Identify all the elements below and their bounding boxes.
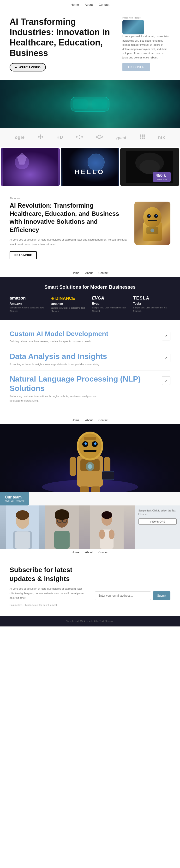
team-extra-text: Sample text. Click to select the Text El…: [139, 509, 177, 516]
watch-video-button[interactable]: WATCH VIDEO: [10, 63, 46, 71]
svg-rect-42: [148, 220, 157, 221]
svg-point-68: [16, 510, 29, 520]
svg-point-40: [149, 215, 150, 216]
team-card-1: [0, 505, 45, 549]
svg-rect-64: [102, 471, 114, 480]
grid-image-2: HELLO: [61, 148, 119, 186]
nav-about[interactable]: About: [85, 3, 93, 6]
team-label: Our team: [5, 495, 25, 499]
svg-rect-62: [80, 487, 89, 492]
grid-image-1: [1, 148, 60, 186]
svg-rect-63: [91, 487, 100, 492]
svg-point-13: [98, 135, 101, 138]
amazon-name: Amazon: [10, 302, 47, 305]
hero-title: AI Transforming Industries: Innovation i…: [10, 17, 115, 58]
team-header: Our team Meet our Products: [0, 492, 29, 505]
service-item-2: Data Analysis and Insights Extracting ac…: [10, 352, 170, 367]
team-card-extra: Sample text. Click to select the Text El…: [135, 505, 180, 549]
subscribe-title: Subscribe for latest updates & insights: [10, 566, 85, 583]
smart-title: Smart Solutions for Modern Businesses: [10, 284, 170, 290]
svg-point-6: [40, 138, 41, 139]
service-item-3: Natural Language Processing (NLP) Soluti…: [10, 374, 170, 403]
nav-home[interactable]: Home: [71, 3, 79, 6]
brand-binance: ◈ BINANCE Binance Sample text. Click to …: [51, 296, 88, 313]
subscribe-right: Submit: [95, 566, 170, 600]
svg-rect-19: [142, 136, 143, 137]
nav2: Home About Contact: [0, 269, 180, 277]
svg-rect-23: [144, 138, 145, 139]
person-svg-1: [6, 505, 39, 549]
smart-solutions-section: Smart Solutions for Modern Businesses am…: [0, 277, 180, 320]
svg-rect-15: [140, 134, 141, 136]
tesla-desc: Sample text. Click to select the Text El…: [133, 306, 171, 313]
svg-point-37: [143, 207, 161, 227]
about-desc: At vero eos et accusam et justo duo dolo…: [10, 238, 127, 246]
team-nav-contact[interactable]: Contact: [98, 551, 108, 554]
team-image-3: [90, 505, 135, 549]
footer-text: Sample text. Click to select the Text El…: [10, 620, 170, 623]
team-grid: Sample text. Click to select the Text El…: [0, 505, 180, 549]
view-more-button[interactable]: VIEW MORE: [139, 519, 177, 525]
svg-point-32: [139, 160, 160, 174]
service-desc-2: Extracting actionable insights from larg…: [10, 362, 106, 367]
nav3-home[interactable]: Home: [72, 418, 79, 422]
about-tag: About us: [10, 197, 170, 200]
top-nav: Home About Contact: [0, 0, 180, 9]
footer: Sample text. Click to select the Text El…: [0, 616, 180, 626]
svg-rect-18: [140, 136, 141, 137]
email-input[interactable]: [95, 591, 151, 600]
service-content-2: Data Analysis and Insights Extracting ac…: [10, 352, 159, 367]
service-arrow-3[interactable]: ↗: [162, 376, 170, 385]
svg-point-8: [41, 136, 43, 137]
team-card-2: [45, 505, 90, 549]
submit-button[interactable]: Submit: [153, 591, 170, 600]
logos-bar: ogie HD qpmd: [0, 128, 180, 147]
hero-image-label: Image from Freepik: [122, 17, 170, 19]
svg-rect-21: [140, 138, 141, 139]
service-arrow-2[interactable]: ↗: [162, 354, 170, 362]
svg-rect-52: [70, 457, 76, 476]
nav3-about[interactable]: About: [85, 418, 93, 422]
binance-desc: Sample text. Click to select the Text El…: [51, 307, 88, 313]
logo-blackberry: [139, 134, 145, 141]
svg-rect-17: [144, 134, 145, 136]
read-more-button[interactable]: READ MORE: [10, 251, 37, 259]
svg-text:450 k: 450 k: [156, 173, 166, 178]
brand-evga: EVGA Evga Sample text. Click to select t…: [92, 296, 129, 313]
team-image-1: [0, 505, 45, 549]
vr-banner: [0, 80, 180, 128]
svg-rect-69: [15, 531, 30, 549]
team-nav: Home About Contact: [0, 549, 180, 556]
services-section: Custom AI Model Development Building tai…: [0, 320, 180, 416]
subscribe-section: Subscribe for latest updates & insights …: [0, 556, 180, 616]
svg-point-59: [94, 442, 97, 445]
svg-point-12: [81, 136, 83, 137]
nav2-contact[interactable]: Contact: [98, 271, 108, 275]
team-card-3: [90, 505, 135, 549]
subscribe-footer-text: Sample text. Click to select the Text El…: [10, 604, 170, 607]
service-arrow-1[interactable]: ↗: [162, 332, 170, 340]
svg-text:HELLO: HELLO: [74, 168, 104, 176]
robot-background: [0, 424, 180, 492]
subscribe-left: Subscribe for latest updates & insights …: [10, 566, 85, 600]
discover-button[interactable]: DISCOVER: [122, 63, 150, 71]
subscribe-form: Submit: [95, 591, 170, 600]
service-title-3: Natural Language Processing (NLP) Soluti…: [10, 374, 159, 393]
nav-contact[interactable]: Contact: [99, 3, 109, 6]
team-nav-home[interactable]: Home: [72, 551, 79, 554]
evga-name: Evga: [92, 302, 129, 305]
svg-point-41: [156, 215, 157, 216]
nav2-about[interactable]: About: [85, 271, 93, 275]
nav2-home[interactable]: Home: [72, 271, 79, 275]
nav3-contact[interactable]: Contact: [98, 418, 108, 422]
service-content-1: Custom AI Model Development Building tai…: [10, 330, 159, 344]
amazon-logo: amazon: [10, 296, 47, 301]
team-nav-about[interactable]: About: [85, 551, 93, 554]
svg-point-11: [79, 137, 80, 139]
svg-point-83: [99, 529, 105, 539]
brands-grid: amazon Amazon Sample text. Click to sele…: [10, 296, 170, 313]
logo-qpmd: qpmd: [116, 135, 127, 140]
service-title-1: Custom AI Model Development: [10, 330, 159, 338]
brand-amazon: amazon Amazon Sample text. Click to sele…: [10, 296, 47, 313]
logo-saturn: [96, 134, 103, 141]
